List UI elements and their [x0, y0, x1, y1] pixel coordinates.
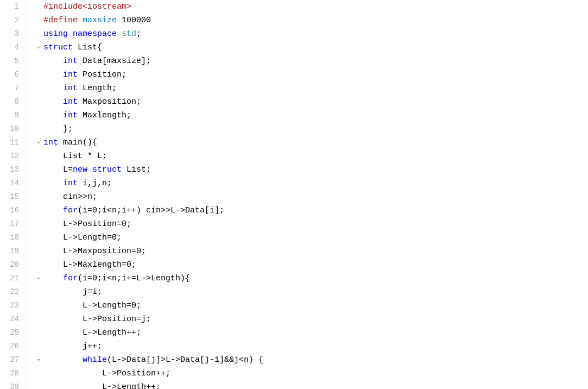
code-line-4: ▾ struct List{: [35, 41, 588, 54]
code-line-15: cin>>n;: [35, 190, 588, 204]
code-line-14: int i,j,n;: [35, 177, 588, 190]
code-editor: 1 2 3 4 5 6 7 8 9 10 11 12 13 14 15 16 1…: [0, 0, 588, 389]
line-num-18: 18: [4, 231, 19, 244]
code-text: while: [43, 353, 107, 367]
code-text: L->Maxposition=0;: [43, 244, 146, 258]
line-num-29: 29: [4, 380, 19, 389]
code-line-8: int Maxposition;: [35, 95, 588, 109]
code-text: namespace: [73, 27, 122, 41]
code-line-21: ▾ for(i=0;i<n;i+=L->Length){: [35, 272, 588, 285]
code-text: 100000: [122, 14, 151, 27]
code-line-23: L->Length=0;: [35, 299, 588, 312]
code-text: new: [73, 163, 92, 177]
line-num-16: 16: [4, 204, 19, 217]
line-num-4: 4: [4, 41, 19, 54]
line-num-1: 1: [4, 0, 19, 14]
line-num-8: 8: [4, 95, 19, 109]
line-num-23: 23: [4, 299, 19, 312]
line-num-11: 11: [4, 136, 19, 149]
line-numbers: 1 2 3 4 5 6 7 8 9 10 11 12 13 14 15 16 1…: [0, 0, 26, 389]
code-line-19: L->Maxposition=0;: [35, 244, 588, 258]
line-num-20: 20: [4, 258, 19, 272]
code-text: i,j,n;: [83, 177, 112, 190]
code-text: List{: [78, 41, 102, 54]
code-line-5: int Data[maxsize];: [35, 54, 588, 68]
code-text: Maxposition;: [83, 95, 141, 109]
fold-icon-11[interactable]: ▾: [35, 139, 42, 147]
code-text: for: [43, 272, 78, 285]
code-text: int: [43, 136, 63, 149]
code-line-2: #define maxsize 100000: [35, 14, 588, 27]
fold-icon-27[interactable]: ▾: [35, 356, 42, 364]
line-num-17: 17: [4, 217, 19, 231]
code-line-16: for(i=0;i<n;i++) cin>>L->Data[i];: [35, 204, 588, 217]
code-text: j++;: [43, 340, 102, 353]
code-line-20: L->Maxlength=0;: [35, 258, 588, 272]
line-num-27: 27: [4, 353, 19, 367]
code-line-11: ▾ int main(){: [35, 136, 588, 149]
code-text: std: [122, 27, 136, 41]
code-text: L->Length=0;: [43, 231, 122, 244]
code-line-3: using namespace std;: [35, 27, 588, 41]
code-line-28: L->Position++;: [35, 367, 588, 380]
code-line-7: int Length;: [35, 81, 588, 95]
code-text: for: [43, 204, 78, 217]
line-num-22: 22: [4, 285, 19, 299]
code-text: L->Position++;: [43, 367, 170, 380]
code-line-17: L->Position=0;: [35, 217, 588, 231]
line-num-9: 9: [4, 109, 19, 122]
code-line-29: L->Length++;: [35, 380, 588, 389]
code-line-12: List * L;: [35, 149, 588, 163]
code-text: main(){: [63, 136, 97, 149]
code-line-27: ▾ while(L->Data[j]>L->Data[j-1]&&j<n) {: [35, 353, 588, 367]
code-text: ;: [136, 27, 141, 41]
code-text: Length;: [83, 81, 117, 95]
code-line-18: L->Length=0;: [35, 231, 588, 244]
code-text: int: [43, 95, 83, 109]
code-text: using: [43, 27, 73, 41]
fold-icon-4[interactable]: ▾: [35, 44, 42, 52]
code-text: L->Position=0;: [43, 217, 131, 231]
line-num-19: 19: [4, 244, 19, 258]
code-line-26: j++;: [35, 340, 588, 353]
code-line-6: int Position;: [35, 68, 588, 81]
code-text: (L->Data[j]>L->Data[j-1]&&j<n) {: [107, 353, 263, 367]
line-num-12: 12: [4, 149, 19, 163]
line-num-24: 24: [4, 312, 19, 326]
code-text: L->Length++;: [43, 380, 161, 389]
line-num-15: 15: [4, 190, 19, 204]
code-text: Maxlength;: [83, 109, 131, 122]
code-text: Data[maxsize];: [83, 54, 151, 68]
code-content: #include<iostream> #define maxsize 10000…: [26, 0, 588, 389]
line-num-26: 26: [4, 340, 19, 353]
line-num-25: 25: [4, 326, 19, 340]
line-num-3: 3: [4, 27, 19, 41]
code-line-10: };: [35, 122, 588, 136]
code-text: L->Length++;: [43, 326, 141, 340]
line-num-2: 2: [4, 14, 19, 27]
code-text: <iostream>: [83, 0, 131, 14]
line-num-21: 21: [4, 272, 19, 285]
line-num-6: 6: [4, 68, 19, 81]
line-num-7: 7: [4, 81, 19, 95]
code-line-24: L->Position=j;: [35, 312, 588, 326]
line-num-10: 10: [4, 122, 19, 136]
code-text: int: [43, 68, 83, 81]
code-text: maxsize: [83, 14, 122, 27]
code-text: #include: [43, 0, 83, 14]
fold-icon-21[interactable]: ▾: [35, 275, 42, 283]
code-text: #define: [43, 14, 83, 27]
code-line-25: L->Length++;: [35, 326, 588, 340]
code-line-13: L=new struct List;: [35, 163, 588, 177]
code-text: Position;: [83, 68, 127, 81]
line-num-28: 28: [4, 367, 19, 380]
code-text: List * L;: [43, 149, 107, 163]
code-text: (i=0;i<n;i++) cin>>L->Data[i];: [78, 204, 224, 217]
line-num-14: 14: [4, 177, 19, 190]
code-text: struct: [43, 41, 78, 54]
code-line-1: #include<iostream>: [35, 0, 588, 14]
code-text: struct: [92, 163, 127, 177]
code-text: int: [43, 81, 83, 95]
code-line-22: j=i;: [35, 285, 588, 299]
code-text: (i=0;i<n;i+=L->Length){: [78, 272, 190, 285]
